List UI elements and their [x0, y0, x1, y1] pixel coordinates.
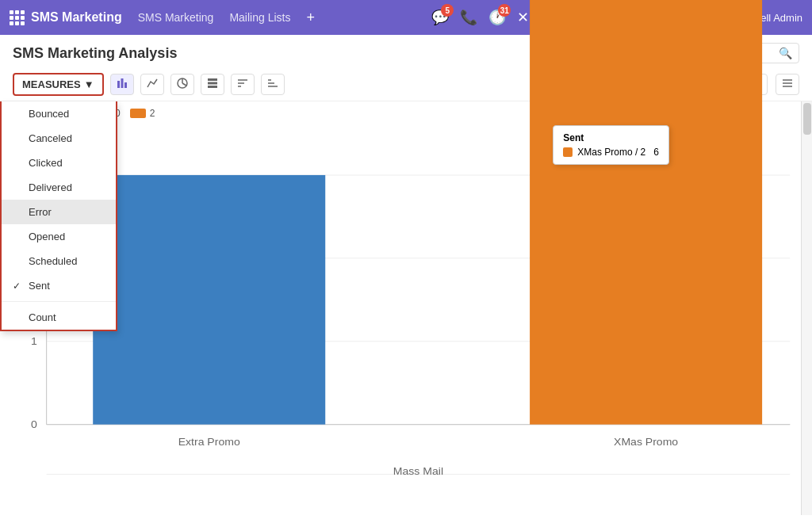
- bar-chart-svg: Sent 3 2 1 0 Extra Promo XMas Promo Mas: [0, 125, 799, 523]
- view-list-button[interactable]: [776, 74, 799, 95]
- tooltip-item-text: XMas Promo / 2 6: [577, 147, 659, 158]
- measure-sent-label: Sent: [29, 280, 50, 292]
- measure-clicked[interactable]: Clicked: [2, 151, 116, 175]
- measure-clicked-label: Clicked: [29, 157, 63, 169]
- brand[interactable]: SMS Marketing: [10, 10, 122, 25]
- bar-extra-promo[interactable]: [93, 175, 325, 425]
- page-title: SMS Marketing Analysis: [13, 45, 177, 62]
- nav-mailing-lists[interactable]: Mailing Lists: [229, 11, 290, 24]
- sort-asc-button[interactable]: [231, 74, 255, 95]
- line-chart-icon: [147, 78, 158, 89]
- chat-icon[interactable]: 💬 5: [431, 9, 449, 26]
- line-chart-button[interactable]: [140, 74, 164, 95]
- measure-canceled-label: Canceled: [29, 132, 72, 144]
- legend-item-1: 2: [130, 108, 155, 119]
- measures-button[interactable]: MEASURES ▼: [13, 73, 104, 96]
- svg-text:Extra Promo: Extra Promo: [178, 437, 240, 448]
- svg-rect-1: [121, 78, 123, 88]
- svg-rect-0: [117, 81, 120, 88]
- svg-rect-2: [124, 82, 127, 88]
- svg-rect-7: [208, 82, 217, 85]
- dropdown-separator: [2, 301, 116, 302]
- svg-rect-8: [208, 86, 217, 88]
- measure-error[interactable]: Error: [2, 200, 116, 224]
- svg-rect-6: [208, 78, 217, 81]
- nav-add-button[interactable]: +: [306, 10, 315, 26]
- clock-badge: 31: [498, 4, 511, 17]
- close-icon[interactable]: ✕: [517, 9, 529, 26]
- measure-opened[interactable]: Opened: [2, 224, 116, 249]
- main-area: Bounced Canceled Clicked Delivered Error…: [0, 101, 812, 515]
- tooltip-color: [563, 147, 573, 157]
- measures-chevron: ▼: [84, 78, 94, 90]
- clock-icon[interactable]: 🕐 31: [488, 9, 506, 26]
- sort-desc-icon: [267, 78, 278, 89]
- app-name: SMS Marketing: [31, 10, 122, 25]
- svg-line-5: [182, 83, 186, 86]
- svg-text:0: 0: [31, 419, 37, 430]
- measure-count-label: Count: [29, 311, 56, 323]
- measure-count[interactable]: Count: [2, 305, 116, 330]
- measure-bounced-label: Bounced: [29, 108, 69, 120]
- measure-error-label: Error: [29, 206, 52, 218]
- measures-label: MEASURES: [22, 78, 81, 90]
- tooltip-item: XMas Promo / 2 6: [563, 147, 659, 158]
- chat-badge: 5: [441, 4, 454, 17]
- sort-desc-button[interactable]: [261, 74, 285, 95]
- measure-delivered-label: Delivered: [29, 181, 72, 193]
- legend-color-orange: [130, 109, 146, 118]
- view-list-icon: [782, 78, 793, 89]
- search-icon: 🔍: [779, 47, 792, 59]
- bar-chart-button[interactable]: [110, 74, 134, 95]
- bar-xmas-promo[interactable]: [530, 0, 762, 425]
- scrollbar[interactable]: [801, 101, 812, 515]
- scrollbar-thumb[interactable]: [803, 103, 811, 135]
- svg-text:XMas Promo: XMas Promo: [614, 437, 678, 448]
- measure-scheduled[interactable]: Scheduled: [2, 249, 116, 273]
- stack-button[interactable]: [201, 74, 224, 95]
- measure-delivered[interactable]: Delivered: [2, 175, 116, 200]
- legend-label-1: 2: [150, 108, 155, 119]
- measure-scheduled-label: Scheduled: [29, 255, 77, 267]
- chart-tooltip: Sent XMas Promo / 2 6: [553, 125, 669, 165]
- apps-icon[interactable]: [10, 10, 25, 25]
- chart-area: 0 2 Sent XMas Promo / 2 6 Sent: [0, 101, 812, 515]
- measure-canceled[interactable]: Canceled: [2, 126, 116, 151]
- svg-text:Mass Mail: Mass Mail: [393, 465, 443, 476]
- stack-icon: [207, 78, 218, 89]
- nav-sms-marketing[interactable]: SMS Marketing: [138, 11, 214, 24]
- measure-opened-label: Opened: [29, 231, 65, 242]
- tooltip-title: Sent: [563, 132, 659, 143]
- pie-chart-icon: [177, 78, 188, 89]
- sort-asc-icon: [237, 78, 248, 89]
- bar-chart-icon: [117, 78, 128, 89]
- phone-icon[interactable]: 📞: [460, 9, 477, 26]
- pie-chart-button[interactable]: [170, 74, 194, 95]
- svg-text:1: 1: [31, 336, 37, 347]
- measure-sent[interactable]: ✓ Sent: [2, 273, 116, 298]
- measure-bounced[interactable]: Bounced: [2, 101, 116, 126]
- nav-links: SMS Marketing Mailing Lists +: [138, 10, 315, 26]
- measures-dropdown: Bounced Canceled Clicked Delivered Error…: [0, 101, 117, 331]
